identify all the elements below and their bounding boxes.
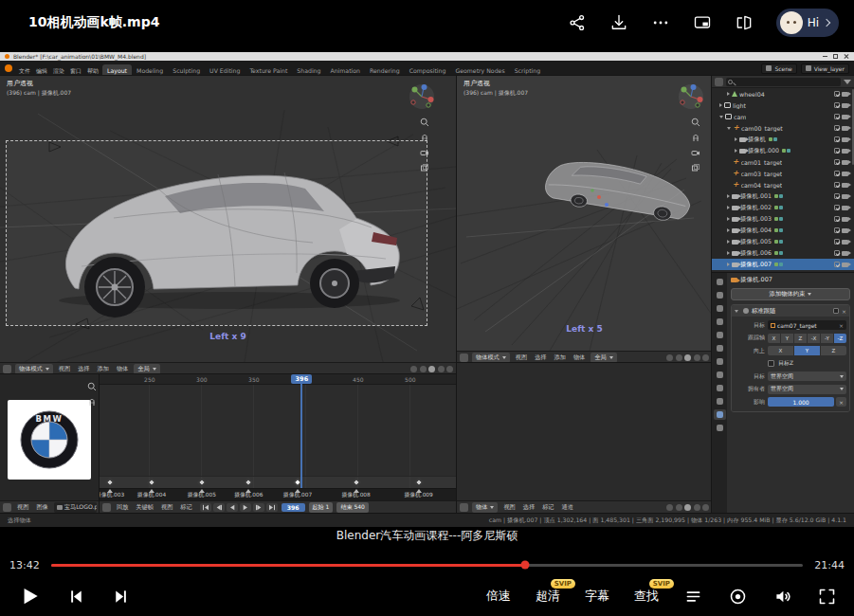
axis-option[interactable]: Y [794, 346, 820, 355]
viewport-menu[interactable]: 视图 [514, 353, 529, 362]
outliner-item[interactable]: 摄像机.004 [712, 225, 854, 236]
gizmo-z-handle[interactable] [605, 203, 609, 207]
axis-option[interactable]: -X [808, 334, 820, 343]
viewport-menu[interactable]: 标记 [540, 503, 555, 512]
minimize-icon[interactable] [823, 56, 827, 57]
camera-toggle-icon[interactable] [842, 251, 848, 256]
camera-toggle-icon[interactable] [842, 183, 848, 188]
properties-tab-render[interactable] [714, 290, 726, 300]
workspace-tab[interactable]: Scripting [510, 64, 546, 76]
editor-type-icon[interactable] [460, 503, 468, 512]
app-menu[interactable]: 帮助 [84, 67, 101, 76]
zoom-icon[interactable] [420, 118, 429, 127]
car-wireframe-model[interactable] [543, 156, 694, 224]
camera-toggle-icon[interactable] [842, 172, 848, 176]
toggle-icon[interactable] [438, 366, 445, 372]
constraint-header[interactable]: 标准跟随 × [732, 305, 849, 317]
workspace-tab[interactable]: Sculpting [168, 64, 205, 76]
camera-toggle-icon[interactable] [842, 103, 848, 108]
checkbox-icon[interactable] [834, 205, 840, 210]
disclosure-icon[interactable] [735, 137, 737, 141]
axis-option[interactable]: -Z [834, 334, 846, 343]
camera-toggle-icon[interactable] [842, 194, 848, 199]
workspace-tab[interactable]: Modeling [132, 64, 168, 76]
frame-start-field[interactable]: 起始1 [309, 502, 334, 513]
viewport-menu[interactable]: 视图 [57, 365, 72, 373]
checkbox-icon[interactable] [834, 193, 840, 199]
properties-tab-modifiers[interactable] [714, 370, 726, 380]
toggle-icon[interactable] [410, 366, 417, 372]
toggle-icon[interactable] [676, 354, 682, 361]
gizmo-x-handle[interactable] [597, 195, 601, 199]
checkbox-icon[interactable] [834, 239, 840, 245]
current-frame-field[interactable]: 396 [282, 503, 305, 512]
playhead-line[interactable] [300, 384, 302, 488]
marker-label[interactable]: 摄像机.009 [404, 491, 432, 499]
checkbox-icon[interactable] [834, 227, 840, 233]
disclosure-icon[interactable] [719, 103, 722, 107]
properties-tab-object-data[interactable] [714, 423, 726, 433]
driver-remove-icon[interactable]: × [836, 397, 846, 407]
timeline-editor[interactable]: 250300350450500 摄像机.003摄像机.004摄像机.005摄像机… [100, 374, 456, 513]
keyframe-icon[interactable] [106, 479, 114, 486]
more-options-icon[interactable] [651, 13, 670, 32]
checkbox-icon[interactable] [834, 171, 840, 176]
orientation-select[interactable]: 全局 [134, 364, 159, 374]
disclosure-icon[interactable] [727, 251, 730, 255]
pip-icon[interactable] [693, 13, 712, 32]
influence-slider[interactable]: 1.000 [768, 397, 834, 407]
properties-tab-tool[interactable] [714, 277, 726, 287]
outliner-item[interactable]: wheel04 [712, 88, 854, 100]
workspace-tab[interactable]: Layout [102, 64, 132, 76]
viewport-menu[interactable]: 视图 [501, 503, 517, 512]
disclosure-icon[interactable] [727, 127, 731, 130]
workspace-tab[interactable]: Shading [292, 64, 325, 76]
toggle-icon[interactable] [702, 504, 709, 511]
editor-type-icon[interactable] [460, 353, 468, 362]
navigation-gizmo-icon[interactable] [409, 83, 435, 110]
outliner-item[interactable]: 摄像机 [712, 134, 854, 145]
outliner-item[interactable]: 摄像机.006 [712, 247, 854, 259]
mode-select[interactable]: 物体模式 [472, 353, 510, 363]
playlist-button[interactable] [683, 587, 703, 607]
toggle-icon[interactable] [666, 354, 673, 361]
prev-keyframe-button[interactable] [213, 503, 225, 512]
outliner-item[interactable]: +cam01_target [712, 156, 854, 168]
outliner-item[interactable]: 摄像机.007 [712, 259, 854, 270]
subtitle-button[interactable]: 字幕 [585, 588, 609, 605]
play-button[interactable] [240, 503, 251, 512]
disclosure-icon[interactable] [735, 310, 738, 313]
viewport-menu[interactable]: 添加 [553, 353, 568, 362]
ortho-toggle-icon[interactable] [691, 163, 700, 172]
outliner-item[interactable]: light [712, 100, 854, 111]
outliner-item[interactable]: +cam00_target [712, 122, 854, 134]
navigation-gizmo-icon[interactable] [678, 83, 704, 110]
download-icon[interactable] [609, 13, 628, 32]
axis-option[interactable]: Z [821, 346, 846, 355]
play-reverse-button[interactable] [227, 503, 238, 512]
share-icon[interactable] [568, 13, 587, 32]
marker-label[interactable]: 摄像机.005 [188, 491, 216, 499]
axis-option[interactable]: X [768, 334, 780, 343]
viewport-menu[interactable]: 选择 [533, 353, 548, 362]
outliner-item[interactable]: +cam03_target [712, 168, 854, 179]
checkbox-icon[interactable] [834, 114, 840, 119]
properties-tab-object[interactable] [714, 356, 726, 367]
disclosure-icon[interactable] [727, 228, 730, 232]
disclosure-icon[interactable] [727, 92, 730, 96]
properties-tab-constraints[interactable] [714, 409, 726, 420]
disclosure-icon[interactable] [727, 206, 730, 209]
viewport-menu[interactable]: 选择 [521, 503, 536, 512]
timeline-menu[interactable]: 关键帧 [134, 503, 155, 512]
app-menu[interactable]: 编辑 [33, 67, 50, 76]
camera-toggle-icon[interactable] [842, 115, 848, 119]
target-space-select[interactable]: 世界空间 [768, 371, 846, 381]
marker-label[interactable]: 摄像机.006 [234, 491, 263, 499]
video-area[interactable]: Blender* [F:\car_animation\01\BMW_M4.ble… [0, 45, 854, 550]
owner-space-select[interactable]: 世界空间 [768, 385, 846, 394]
checkbox-icon[interactable] [834, 216, 840, 222]
progress-handle[interactable] [520, 561, 529, 570]
checkbox-icon[interactable] [834, 136, 840, 142]
close-window-icon[interactable] [844, 54, 849, 60]
outliner-item[interactable]: +cam04_target [712, 179, 854, 190]
